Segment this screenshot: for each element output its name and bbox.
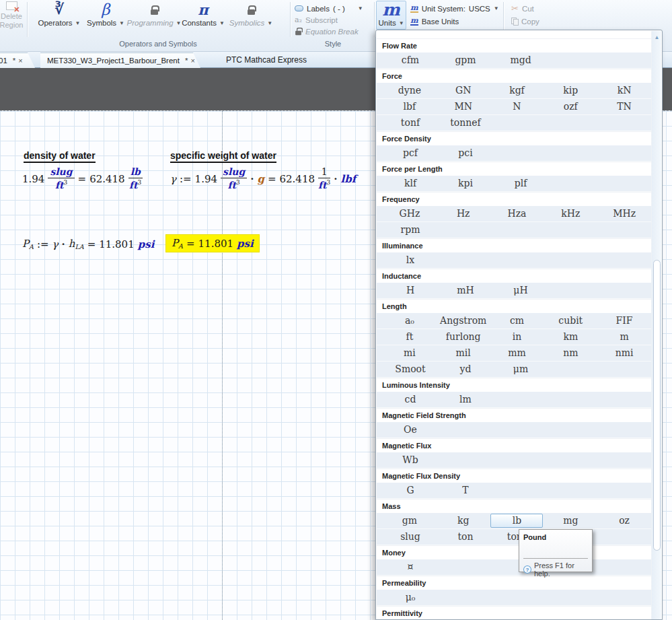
unit-item[interactable]: Hz	[454, 207, 473, 220]
unit-item[interactable]: yd	[457, 363, 474, 376]
unit-item[interactable]: MN	[451, 100, 475, 113]
unit-item[interactable]: ¤	[405, 561, 416, 574]
unit-item[interactable]: km	[560, 331, 581, 343]
math-variable: γ	[52, 238, 59, 250]
unit-item[interactable]: N	[510, 100, 523, 113]
base-units-button[interactable]: m Base Units	[410, 16, 459, 26]
unit-item[interactable]: oz	[616, 514, 632, 527]
unit-item[interactable]: pcf	[400, 147, 420, 160]
unit-item[interactable]: cubit	[556, 314, 585, 327]
operators-label: Operators	[38, 19, 72, 27]
unit-item[interactable]: lb	[490, 514, 543, 528]
unit-item[interactable]: T	[459, 484, 471, 497]
unit-item[interactable]: G	[404, 484, 416, 497]
unit-cell: Angstrom	[437, 314, 490, 327]
unit-item[interactable]: mi	[401, 347, 418, 359]
unit-item[interactable]: gm	[400, 514, 420, 527]
unit-system-control[interactable]: m Unit System: USCS ▼	[410, 3, 499, 13]
unit-item[interactable]: plf	[512, 177, 530, 190]
unit-item[interactable]: Angstrom	[437, 314, 489, 327]
copy-button[interactable]: Copy	[511, 16, 539, 26]
unit-item[interactable]: cm	[507, 314, 527, 327]
cut-button[interactable]: ✂ Cut	[511, 3, 534, 13]
unit-item[interactable]: ozf	[561, 100, 581, 113]
symbols-button[interactable]: β Symbols▼	[85, 1, 126, 30]
unit-item[interactable]: GHz	[397, 207, 423, 220]
unit-item[interactable]: gpm	[452, 54, 478, 67]
unit-item[interactable]: lx	[404, 254, 417, 267]
unit-item[interactable]: slug	[398, 530, 423, 543]
text-region-density-heading[interactable]: density of water	[24, 150, 96, 163]
operators-button[interactable]: ∛ Operators▼	[35, 1, 83, 30]
equals-operator: =	[87, 238, 96, 250]
panel-scrollbar[interactable]: ▲	[651, 31, 661, 619]
unit-item[interactable]: Smoot	[392, 363, 428, 376]
unit-item[interactable]: H	[404, 284, 417, 297]
unit-item[interactable]: nmi	[613, 347, 636, 359]
unit-item[interactable]: ton	[455, 530, 476, 543]
unit-item[interactable]: pci	[455, 147, 475, 160]
unit-item[interactable]: ft	[403, 331, 416, 343]
unit-item[interactable]: mg	[560, 514, 581, 527]
unit-item[interactable]: klf	[402, 177, 419, 190]
math-unit: slug	[221, 167, 247, 178]
unit-item[interactable]: Wb	[400, 454, 420, 467]
math-region-pa-definition[interactable]: PA := γ · hLA = 11.801 psi	[22, 238, 154, 250]
unit-item[interactable]: kpi	[455, 177, 476, 190]
unit-item[interactable]: m	[617, 331, 631, 343]
scrollbar-thumb[interactable]	[653, 260, 661, 551]
math-unit: psi	[237, 238, 254, 250]
assign-operator: :=	[37, 238, 49, 250]
unit-row: GHzHzHzakHzMHz	[377, 206, 651, 222]
unit-item[interactable]: tonnef	[447, 116, 484, 129]
unit-item[interactable]: a₀	[402, 314, 417, 327]
unit-item[interactable]: kgf	[507, 84, 527, 97]
unit-item[interactable]: nm	[560, 347, 581, 359]
math-number: 1.94	[195, 173, 217, 185]
programming-button[interactable]: Programming▼	[128, 1, 180, 30]
unit-item[interactable]: cd	[402, 393, 419, 406]
unit-item[interactable]: Oe	[401, 423, 420, 436]
unit-item[interactable]: tonf	[398, 116, 422, 129]
math-region-specific-weight[interactable]: γ := 1.94 slug ft3 · g = 62.418 1 ft3 · …	[170, 167, 356, 191]
scroll-up-icon[interactable]: ▲	[652, 34, 662, 40]
unit-item[interactable]: GN	[453, 84, 474, 97]
unit-item[interactable]: Hza	[505, 207, 529, 220]
close-icon[interactable]: ×	[190, 57, 194, 65]
unit-item[interactable]: kN	[615, 84, 634, 97]
math-region-density[interactable]: 1.94 slug ft3 = 62.418 lb ft3	[22, 167, 143, 191]
unit-row: a₀AngstromcmcubitFIF	[377, 313, 651, 329]
unit-item[interactable]: dyne	[396, 84, 424, 97]
delete-region-button[interactable]: Delete Region	[0, 1, 28, 30]
unit-item[interactable]: mm	[505, 347, 529, 359]
math-region-pa-result-highlighted[interactable]: PA = 11.801 psi	[165, 234, 260, 252]
close-icon[interactable]: ×	[18, 57, 22, 65]
tab-document-active[interactable]: MET330_W3_Project1_Barbour_Brent * ×	[40, 53, 200, 68]
unit-item[interactable]: mgd	[507, 54, 533, 67]
unit-item[interactable]: rpm	[398, 223, 423, 236]
unit-item[interactable]: FIF	[613, 314, 636, 327]
unit-item[interactable]: in	[510, 331, 525, 343]
unit-item[interactable]: μH	[511, 284, 530, 297]
unit-item[interactable]: mil	[453, 347, 474, 359]
unit-item[interactable]: furlong	[443, 331, 484, 343]
units-button[interactable]: m Units ▼	[376, 1, 406, 30]
symbolics-button[interactable]: Symbolics▼	[227, 1, 274, 30]
unit-item[interactable]: lbf	[401, 100, 419, 113]
unit-item[interactable]: μ₀	[403, 591, 418, 604]
subscript-button[interactable]: a₂ Subscript	[295, 15, 338, 25]
unit-item[interactable]: MHz	[610, 207, 638, 220]
unit-item[interactable]: TN	[614, 100, 634, 113]
unit-item[interactable]: cfm	[399, 54, 422, 67]
unit-item[interactable]: kHz	[558, 207, 583, 220]
unit-item[interactable]: mH	[454, 284, 476, 297]
unit-item[interactable]: kg	[455, 514, 472, 527]
tab-document-01[interactable]: 01 * ×	[0, 53, 35, 68]
constants-button[interactable]: π Constants▼	[182, 1, 225, 30]
unit-item[interactable]: lm	[457, 393, 474, 406]
labels-button[interactable]: Labels ( - ) ▼	[295, 3, 363, 13]
unit-item[interactable]: kip	[560, 84, 581, 97]
text-region-specific-weight-heading[interactable]: specific weight of water	[170, 150, 276, 163]
equation-break-button[interactable]: Equation Break	[295, 26, 359, 36]
unit-item[interactable]: μm	[511, 363, 531, 376]
